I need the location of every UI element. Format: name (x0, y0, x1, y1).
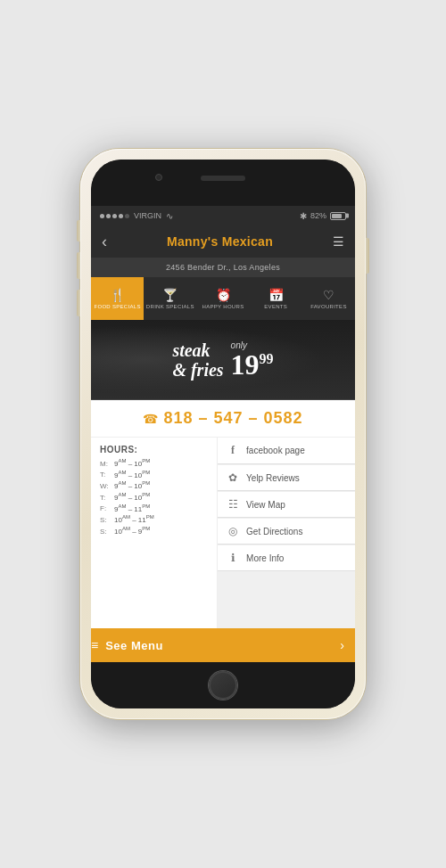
back-button[interactable]: ‹ (102, 233, 107, 251)
hours-row-wed: W: 9AM – 10PM (100, 480, 208, 490)
menu-button[interactable]: ☰ (333, 234, 344, 249)
hours-time: 10AM – 9PM (114, 526, 150, 536)
day-label: M: (100, 460, 111, 468)
hours-row-thu: T: 9AM – 10PM (100, 492, 208, 502)
tab-bar: 🍴 FOOD SPECIALS 🍸 DRINK SPECIALS ⏰ HAPPY… (91, 277, 355, 320)
drink-icon: 🍸 (162, 288, 178, 302)
tab-food-specials[interactable]: 🍴 FOOD SPECIALS (91, 277, 144, 320)
see-menu-label: See Menu (105, 639, 163, 652)
tab-happy-hours[interactable]: ⏰ HAPPY HOURS (196, 277, 249, 320)
signal-dot (125, 214, 129, 218)
tab-events[interactable]: 📅 EVENTS (250, 277, 302, 320)
restaurant-name: Manny's Mexican (167, 234, 273, 249)
battery-percentage: 82% (310, 211, 326, 220)
day-label: S: (100, 528, 111, 536)
clock-icon: ⏰ (216, 288, 231, 302)
tab-fav-label: FAVOURITES (310, 304, 347, 309)
status-bar: VIRGIN ∿ ✱ 82% (91, 206, 355, 225)
day-label: F: (100, 504, 111, 512)
day-label: W: (100, 482, 111, 490)
phone-section[interactable]: ☎ 818 – 547 – 0582 (91, 400, 355, 438)
directions-icon: ◎ (227, 525, 239, 537)
price-whole: 19 (231, 348, 260, 381)
power-button (366, 238, 369, 274)
hours-section: HOURS: M: 9AM – 10PM T: 9AM – 10PM W: 9A… (91, 438, 218, 628)
volume-down-button (77, 290, 80, 316)
camera-icon (155, 174, 162, 181)
battery-icon (330, 212, 346, 220)
hours-row-sat: S: 10AM – 11PM (100, 514, 208, 524)
facebook-icon: f (227, 444, 239, 457)
hours-time: 10AM – 11PM (114, 514, 154, 524)
day-label: S: (100, 516, 111, 524)
tab-drink-label: DRINK SPECIALS (146, 304, 194, 309)
map-icon: ☷ (227, 498, 239, 511)
signal-strength (100, 214, 129, 218)
hours-row-fri: F: 9AM – 11PM (100, 504, 208, 513)
promo-item-text: steak& fries (172, 340, 223, 380)
day-label: T: (100, 471, 111, 479)
tab-happy-label: HAPPY HOURS (202, 304, 244, 309)
yelp-link[interactable]: ✿ Yelp Reviews (218, 465, 355, 491)
hours-time: 9AM – 10PM (114, 470, 150, 479)
see-menu-arrow-icon: › (340, 638, 344, 652)
day-label: T: (100, 494, 111, 502)
map-link[interactable]: ☷ View Map (218, 492, 355, 518)
hours-time: 9AM – 10PM (114, 480, 150, 490)
see-menu-button[interactable]: ≡ See Menu › (91, 628, 355, 662)
directions-link[interactable]: ◎ Get Directions (218, 519, 355, 545)
yelp-icon: ✿ (227, 471, 239, 484)
hours-title: HOURS: (100, 445, 208, 454)
promo-price-section: only 1999 (231, 340, 274, 379)
speaker-icon (201, 176, 245, 181)
info-icon: ℹ (227, 552, 239, 564)
hours-row-sun: S: 10AM – 9PM (100, 526, 208, 536)
tab-drink-specials[interactable]: 🍸 DRINK SPECIALS (144, 277, 196, 320)
mute-button (77, 220, 80, 242)
phone-screen: VIRGIN ∿ ✱ 82% ‹ Manny's Mexican ☰ 2456 … (91, 160, 355, 708)
map-label: View Map (246, 500, 285, 510)
signal-dot (112, 214, 117, 218)
bluetooth-icon: ✱ (300, 211, 307, 221)
hours-time: 9AM – 10PM (114, 492, 150, 502)
links-section: f facebook page ✿ Yelp Reviews ☷ View Ma… (218, 438, 355, 628)
home-button[interactable] (209, 671, 237, 700)
content-area: ☎ 818 – 547 – 0582 HOURS: M: 9AM – 10PM … (91, 400, 355, 662)
facebook-label: facebook page (246, 446, 305, 455)
status-left: VIRGIN ∿ (100, 211, 173, 221)
main-content: HOURS: M: 9AM – 10PM T: 9AM – 10PM W: 9A… (91, 438, 355, 628)
battery-fill (332, 214, 342, 218)
menu-list-icon: ≡ (91, 638, 98, 652)
bottom-bezel (91, 662, 355, 708)
hours-time: 9AM – 11PM (114, 504, 150, 513)
wifi-icon: ∿ (166, 211, 173, 221)
tab-favourites[interactable]: ♡ FAVOURITES (302, 277, 355, 320)
phone-number: 818 – 547 – 0582 (163, 409, 302, 428)
price-cents: 99 (260, 351, 274, 366)
phone-icon: ☎ (143, 412, 158, 426)
hours-time: 9AM – 10PM (114, 458, 150, 468)
phone-frame: VIRGIN ∿ ✱ 82% ‹ Manny's Mexican ☰ 2456 … (80, 149, 366, 719)
hours-row-tue: T: 9AM – 10PM (100, 470, 208, 479)
more-info-link[interactable]: ℹ More Info (218, 545, 355, 571)
food-icon: 🍴 (110, 288, 125, 302)
directions-label: Get Directions (246, 527, 302, 536)
signal-dot (100, 214, 104, 218)
status-right: ✱ 82% (300, 211, 346, 221)
facebook-link[interactable]: f facebook page (218, 438, 355, 464)
yelp-label: Yelp Reviews (246, 473, 300, 483)
promo-banner: steak& fries only 1999 (91, 320, 355, 400)
signal-dot (119, 214, 123, 218)
more-info-label: More Info (246, 553, 284, 563)
heart-icon: ♡ (323, 288, 334, 302)
navigation-bar: ‹ Manny's Mexican ☰ (91, 225, 355, 258)
battery-tip (346, 214, 349, 218)
signal-dot (106, 214, 111, 218)
tab-events-label: EVENTS (264, 304, 287, 309)
carrier-label: VIRGIN (134, 211, 161, 220)
tab-food-label: FOOD SPECIALS (94, 304, 140, 309)
promo-price: 1999 (231, 350, 274, 379)
address-text: 2456 Bender Dr., Los Angeles (166, 263, 280, 272)
hours-row-mon: M: 9AM – 10PM (100, 458, 208, 468)
address-bar: 2456 Bender Dr., Los Angeles (91, 258, 355, 277)
